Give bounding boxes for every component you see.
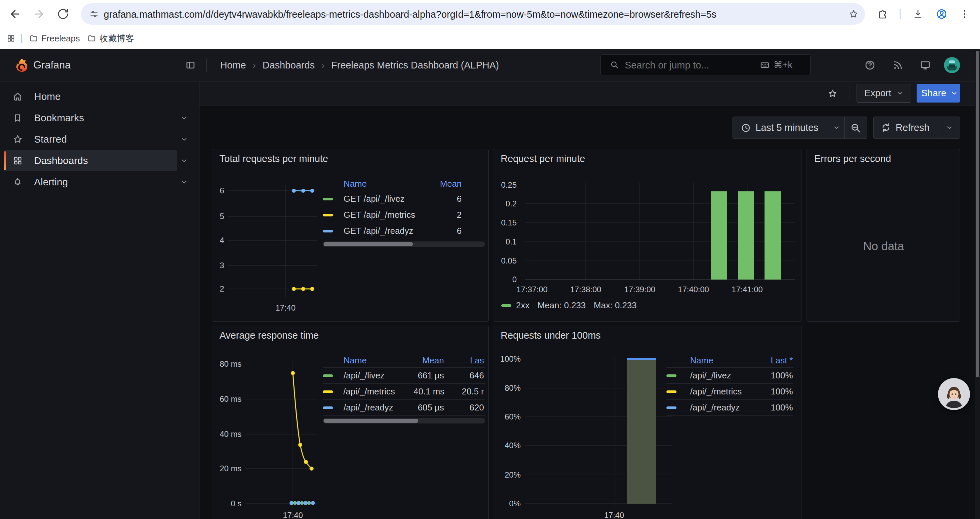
legend-row[interactable]: /api/_/livez 661 µs 646	[323, 368, 485, 384]
series-mean: 605 µs	[394, 402, 444, 413]
reload-icon[interactable]	[57, 8, 69, 20]
url-bar[interactable]	[81, 3, 865, 25]
x-tick: 17:40	[273, 510, 313, 519]
legend-row[interactable]: /api/_/readyz 100%	[667, 400, 793, 416]
site-settings-icon[interactable]	[90, 10, 99, 18]
panel-title[interactable]: Requests under 100ms	[501, 330, 601, 341]
dock-sidebar-icon[interactable]	[185, 60, 196, 70]
time-range-picker[interactable]: Last 5 minutes	[732, 117, 867, 139]
legend-header-last[interactable]: Las	[444, 355, 485, 366]
chevron-down-icon[interactable]	[180, 135, 188, 143]
y-tick: 80%	[493, 383, 521, 393]
y-tick: 3	[212, 260, 224, 270]
header-divider	[206, 58, 207, 72]
bar-chart[interactable]	[493, 149, 802, 322]
panel-errors-per-second: Errors per second No data	[807, 149, 960, 322]
legend-row[interactable]: GET /api/_/readyz 6	[323, 223, 485, 239]
sidebar-item-bookmarks[interactable]: Bookmarks	[0, 107, 199, 128]
legend-table: Name Mean Las /api/_/livez 661 µs 646 /a…	[323, 353, 485, 416]
bookmark-star-icon[interactable]	[849, 10, 858, 19]
legend-header-mean[interactable]: Mean	[394, 355, 444, 366]
y-tick: 0 s	[212, 498, 242, 509]
breadcrumb-separator: ›	[253, 60, 256, 71]
active-item-accent	[4, 151, 6, 170]
panel-title[interactable]: Average response time	[220, 330, 319, 341]
legend-header-row: Name Last *	[667, 353, 793, 368]
browser-menu-icon[interactable]	[959, 9, 970, 19]
panel-title[interactable]: Errors per second	[814, 153, 891, 164]
breadcrumb-home[interactable]: Home	[220, 60, 246, 71]
panel-title[interactable]: Total requests per minute	[220, 153, 328, 164]
legend-row[interactable]: /api/_/livez 100%	[667, 368, 793, 384]
floating-avatar[interactable]	[938, 378, 970, 410]
download-icon[interactable]	[913, 9, 923, 19]
help-icon[interactable]	[865, 60, 875, 70]
series-swatch	[323, 214, 333, 216]
x-tick: 17:37:00	[509, 284, 555, 295]
sidebar-item-starred[interactable]: Starred	[0, 129, 199, 150]
sidebar-item-home[interactable]: Home	[0, 86, 199, 107]
series-name: /api/_/readyz	[344, 402, 394, 413]
forward-icon[interactable]	[33, 8, 45, 20]
url-input[interactable]	[103, 3, 835, 26]
bookmark-folder-freeleaps[interactable]: Freeleaps	[41, 28, 80, 49]
legend-header-last[interactable]: Last *	[749, 355, 793, 366]
legend-item[interactable]: 2xx	[501, 300, 529, 311]
legend-row[interactable]: /api/_/metrics 40.1 ms 20.5 r	[323, 384, 485, 400]
user-avatar[interactable]	[944, 57, 960, 73]
export-button[interactable]: Export	[857, 84, 911, 102]
monitor-icon[interactable]	[920, 60, 931, 70]
dashboards-grid-icon	[13, 156, 23, 166]
extensions-icon[interactable]	[877, 9, 888, 19]
series-mean: 2	[422, 210, 485, 220]
legend-header-name[interactable]: Name	[690, 355, 749, 366]
x-tick: 17:38:00	[562, 284, 609, 295]
legend-header-name[interactable]: Name	[344, 355, 394, 366]
brand-label: Grafana	[33, 49, 71, 81]
sidebar-item-label: Dashboards	[34, 150, 88, 171]
series-name: GET /api/_/livez	[344, 194, 422, 204]
share-button[interactable]: Share	[916, 84, 960, 102]
search-box[interactable]: ⌘+k	[600, 54, 811, 75]
refresh-interval-chevron-icon[interactable]	[946, 124, 953, 131]
series-name: /api/_/livez	[690, 370, 749, 381]
breadcrumb-dashboards[interactable]: Dashboards	[262, 60, 315, 71]
legend-row[interactable]: /api/_/metrics 100%	[667, 384, 793, 400]
series-name: /api/_/readyz	[690, 402, 749, 413]
legend-table: Name Last * /api/_/livez 100% /api/_/met…	[667, 353, 793, 416]
legend-row[interactable]: GET /api/_/metrics 2	[323, 207, 485, 223]
rss-icon[interactable]	[892, 60, 903, 70]
sidebar-item-dashboards[interactable]: Dashboards	[0, 150, 199, 171]
legend-row[interactable]: GET /api/_/livez 6	[323, 191, 485, 207]
actions-divider	[850, 86, 850, 101]
chevron-down-icon[interactable]	[180, 114, 188, 122]
dashboard-actions-bar: Export Share	[199, 81, 975, 105]
sidebar-item-label: Alerting	[34, 172, 68, 192]
legend-row[interactable]: /api/_/readyz 605 µs 620	[323, 400, 485, 416]
bookmark-folder-blogs[interactable]: 收藏博客	[99, 28, 134, 49]
sidebar-item-label: Bookmarks	[34, 107, 84, 128]
favorite-star-icon[interactable]	[828, 89, 837, 98]
zoom-out-icon[interactable]	[850, 123, 861, 133]
series-mean: Mean: 0.233	[538, 300, 586, 311]
scrollbar-thumb[interactable]	[976, 51, 979, 377]
legend-header-mean[interactable]: Mean	[422, 179, 485, 189]
y-tick: 0.05	[493, 256, 517, 266]
page-scrollbar[interactable]	[975, 49, 980, 519]
refresh-button[interactable]: Refresh	[873, 117, 960, 139]
sidebar-item-alerting[interactable]: Alerting	[0, 172, 199, 192]
panel-title[interactable]: Request per minute	[501, 153, 585, 164]
legend-header-name[interactable]: Name	[344, 179, 422, 189]
refresh-label: Refresh	[896, 117, 930, 138]
apps-grid-icon[interactable]	[7, 34, 15, 43]
legend-scrollbar[interactable]	[323, 241, 485, 247]
series-mean: 40.1 ms	[395, 386, 444, 397]
share-menu-chevron-icon[interactable]	[951, 89, 958, 97]
search-input[interactable]	[624, 55, 752, 75]
grafana-logo[interactable]	[15, 58, 29, 72]
chevron-down-icon[interactable]	[180, 178, 188, 186]
back-icon[interactable]	[9, 8, 21, 20]
browser-profile-icon[interactable]	[936, 8, 947, 20]
chevron-down-icon[interactable]	[180, 156, 188, 164]
legend-scrollbar[interactable]	[323, 418, 485, 423]
